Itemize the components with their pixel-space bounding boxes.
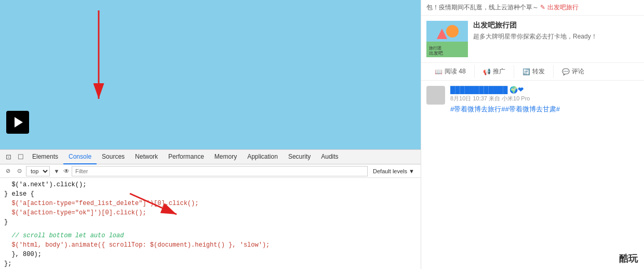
avatar: [426, 86, 445, 105]
code-line-2: } else {: [4, 189, 417, 199]
default-levels-dropdown[interactable]: Default levels ▼: [370, 168, 418, 174]
tab-audits[interactable]: Audits: [316, 150, 343, 164]
tab-application[interactable]: Application: [242, 150, 283, 164]
ad-card-desc: 超多大牌明星带你探索必去打卡地，Ready！: [473, 32, 597, 41]
comment-body: ████████████ 🌍❤ 8月10日 10:37 来自 小米10 Pro …: [450, 86, 639, 114]
console-output: $('a.next').click(); } else { $('a[actio…: [0, 178, 421, 268]
ad-card-image: 出发吧 旅行团: [426, 21, 468, 57]
read-count[interactable]: 📖 阅读 48: [426, 65, 475, 78]
comment-meta: 8月10日 10:37 来自 小米10 Pro: [450, 95, 639, 103]
code-line-7: $('html, body').animate({ scrollTop: $(d…: [4, 240, 417, 250]
ad-card-title: 出发吧旅行团: [473, 21, 597, 30]
code-line-3: $('a[action-type="feed_list_delete"]')[0…: [4, 199, 417, 208]
console-toolbar: ⊘ ⊙ top ▼ 👁 Default levels ▼: [0, 164, 421, 178]
arrow-annotation: [73, 0, 177, 149]
comment-card: ████████████ 🌍❤ 8月10日 10:37 来自 小米10 Pro …: [421, 81, 644, 119]
svg-text:出发吧: 出发吧: [429, 50, 443, 56]
code-blank-1: [4, 227, 417, 231]
play-icon: [15, 117, 23, 127]
console-errors-btn[interactable]: ⊙: [15, 166, 24, 176]
commenter-name[interactable]: ████████████ 🌍❤: [450, 86, 639, 94]
tab-memory[interactable]: Memory: [209, 150, 242, 164]
devtools-toggle-btn[interactable]: ⊡: [2, 151, 15, 163]
devtools-mobile-btn[interactable]: ☐: [15, 151, 27, 163]
eye-icon[interactable]: 👁: [63, 168, 70, 175]
code-line-4: $('a[action-type="ok"]')[0].click();: [4, 208, 417, 217]
tab-elements[interactable]: Elements: [27, 150, 63, 164]
repost-btn[interactable]: 🔄 转发: [514, 65, 554, 78]
console-settings-btn[interactable]: ▼: [52, 166, 61, 176]
ad-card-text: 出发吧旅行团 超多大牌明星带你探索必去打卡地，Ready！: [473, 21, 597, 57]
devtools-tab-bar: ⊡ ☐ Elements Console Sources Network Per…: [0, 150, 421, 164]
page-content: [0, 0, 421, 149]
filter-input[interactable]: [72, 166, 368, 176]
code-line-6: // scroll bottom let auto load: [4, 231, 417, 240]
right-sidebar: 包！疫情期间不乱逛，线上云游种个草～ ✎ 出发吧旅行 出发吧 旅行团 出发吧旅行…: [421, 0, 644, 269]
svg-point-6: [446, 25, 459, 37]
svg-text:旅行团: 旅行团: [429, 46, 441, 50]
tab-performance[interactable]: Performance: [163, 150, 209, 164]
promote-btn[interactable]: 📢 推广: [475, 65, 514, 78]
code-line-9: };: [4, 259, 417, 268]
read-icon: 📖: [435, 68, 442, 75]
ad-card: 出发吧 旅行团 出发吧旅行团 超多大牌明星带你探索必去打卡地，Ready！: [421, 16, 644, 63]
context-selector[interactable]: top: [26, 166, 50, 176]
tab-network[interactable]: Network: [130, 150, 163, 164]
action-bar: 📖 阅读 48 📢 推广 🔄 转发 💬 评论: [421, 63, 644, 81]
promote-icon: 📢: [483, 68, 491, 75]
devtools-panel: ⊡ ☐ Elements Console Sources Network Per…: [0, 149, 421, 269]
ad-banner: 包！疫情期间不乱逛，线上云游种个草～ ✎ 出发吧旅行: [421, 0, 644, 16]
console-clear-btn[interactable]: ⊘: [3, 166, 12, 176]
ad-link[interactable]: ✎ 出发吧旅行: [540, 4, 578, 11]
repost-icon: 🔄: [522, 68, 530, 75]
watermark: 酷玩: [619, 252, 638, 265]
tab-security[interactable]: Security: [283, 150, 316, 164]
comment-icon: 💬: [562, 68, 570, 75]
play-button[interactable]: [6, 111, 29, 134]
code-line-1: $('a.next').click();: [4, 180, 417, 189]
comment-text: #带着微博去旅行##带着微博去甘肃#: [450, 105, 639, 114]
code-line-5: }: [4, 217, 417, 227]
code-line-8: }, 800);: [4, 250, 417, 259]
comment-btn[interactable]: 💬 评论: [554, 65, 593, 78]
tab-sources[interactable]: Sources: [97, 150, 130, 164]
tab-console[interactable]: Console: [63, 150, 97, 164]
